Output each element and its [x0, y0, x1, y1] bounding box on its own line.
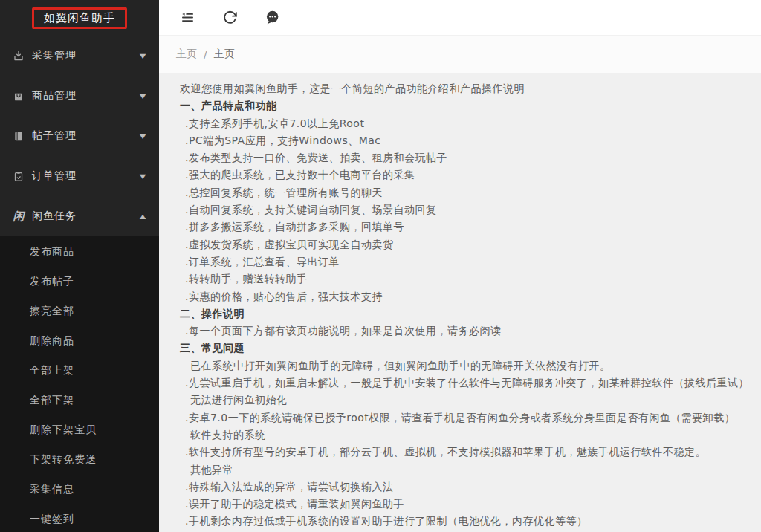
chevron-up-icon: ▲	[140, 213, 146, 220]
collapse-sidebar-icon	[180, 10, 195, 25]
sidebar-item-label: 订单管理	[32, 169, 140, 183]
messages-button[interactable]	[265, 10, 280, 25]
content-line: .订单系统，汇总查看、导出订单	[180, 253, 740, 270]
submenu-item-one-click-checkin[interactable]: 一键签到	[0, 504, 159, 532]
content-line: .软件支持所有型号的安卓手机，部分云手机、虚拟机，不支持模拟器和苹果手机，魅族手…	[180, 444, 740, 461]
submenu-item-polish-all[interactable]: 擦亮全部	[0, 296, 159, 325]
sidebar-main-menu: 采集管理▼商品管理▼帖子管理▼订单管理▼闲闲鱼任务▲	[0, 36, 159, 236]
sidebar-item-goods-management[interactable]: 商品管理▼	[0, 76, 159, 116]
submenu-item-list-all[interactable]: 全部上架	[0, 355, 159, 385]
content-line: .转转助手，赠送转转助手	[180, 270, 740, 288]
content-line: 软件支持的系统	[180, 426, 740, 444]
topbar	[159, 0, 761, 36]
content-line: .自动回复系统，支持关键词自动回复、场景自动回复	[180, 201, 740, 218]
sidebar-item-collection-management[interactable]: 采集管理▼	[0, 36, 159, 76]
collect-icon	[13, 50, 25, 62]
submenu-item-delete-delisted-items[interactable]: 删除下架宝贝	[0, 415, 159, 444]
sidebar: 如翼闲鱼助手 采集管理▼商品管理▼帖子管理▼订单管理▼闲闲鱼任务▲ 发布商品发布…	[0, 0, 159, 532]
chevron-down-icon: ▼	[140, 93, 146, 100]
sidebar-item-xianyu-tasks[interactable]: 闲闲鱼任务▲	[0, 196, 159, 236]
logo-highlight-box: 如翼闲鱼助手	[32, 7, 127, 29]
submenu-item-publish-goods[interactable]: 发布商品	[0, 236, 159, 266]
breadcrumb: 主页 / 主页	[159, 36, 761, 73]
content-line: 其他异常	[180, 461, 740, 479]
sidebar-item-order-management[interactable]: 订单管理▼	[0, 156, 159, 196]
messages-icon	[265, 10, 280, 25]
submenu-item-publish-posts[interactable]: 发布帖子	[0, 266, 159, 296]
content-line: 已在系统中打开如翼闲鱼助手的无障碍，但如翼闲鱼助手中的无障碍开关依然没有打开。	[180, 357, 740, 374]
content-line: .先尝试重启手机，如重启未解决，一般是手机中安装了什么软件与无障碍服务冲突了，如…	[180, 374, 740, 392]
content-line: .PC端为SPA应用，支持Windows、Mac	[180, 132, 740, 149]
submenu-item-collect-info[interactable]: 采集信息	[0, 474, 159, 504]
app-window: 如翼闲鱼助手 采集管理▼商品管理▼帖子管理▼订单管理▼闲闲鱼任务▲ 发布商品发布…	[0, 0, 761, 532]
order-icon	[13, 170, 25, 183]
refresh-icon	[222, 10, 238, 25]
content-line: .强大的爬虫系统，已支持数十个电商平台的采集	[180, 166, 740, 184]
content-line: .发布类型支持一口价、免费送、拍卖、租房和会玩帖子	[180, 149, 740, 166]
content-line: .总控回复系统，统一管理所有账号的聊天	[180, 184, 740, 201]
breadcrumb-separator: /	[204, 48, 207, 60]
sidebar-item-post-management[interactable]: 帖子管理▼	[0, 116, 159, 156]
app-title: 如翼闲鱼助手	[44, 11, 115, 25]
submenu-item-delist-to-free-gift[interactable]: 下架转免费送	[0, 444, 159, 474]
chevron-down-icon: ▼	[140, 53, 146, 59]
sidebar-submenu-xianyu-tasks: 发布商品发布帖子擦亮全部删除商品全部上架全部下架删除下架宝贝下架转免费送采集信息…	[0, 236, 159, 532]
content-line: 无法进行闲鱼初始化	[180, 392, 740, 409]
content-heading: 三、常见问题	[180, 340, 740, 357]
content-line: .每一个页面下方都有该页功能说明，如果是首次使用，请务必阅读	[180, 322, 740, 340]
content-line: .支持全系列手机,安卓7.0以上免Root	[180, 115, 740, 132]
collapse-sidebar-button[interactable]	[180, 10, 195, 25]
content-line: .虚拟发货系统，虚拟宝贝可实现全自动卖货	[180, 236, 740, 253]
main-area: 主页 / 主页 欢迎您使用如翼闲鱼助手，这是一个简短的产品功能介绍和产品操作说明…	[159, 0, 761, 532]
content-line: .实惠的价格，贴心的售后，强大技术支持	[180, 288, 740, 305]
content-heading: 二、操作说明	[180, 305, 740, 322]
content-line: .安卓7.0一下的系统请确保已授予root权限，请查看手机是否有闲鱼分身或者系统…	[180, 409, 740, 426]
sidebar-item-label: 采集管理	[32, 49, 140, 62]
content-heading: 一、产品特点和功能	[180, 97, 740, 114]
content-line: .特殊输入法造成的异常，请尝试切换输入法	[180, 479, 740, 496]
chevron-down-icon: ▼	[140, 133, 146, 140]
sidebar-item-label: 商品管理	[32, 89, 140, 103]
sidebar-item-label: 闲鱼任务	[32, 210, 140, 223]
submenu-item-delist-all[interactable]: 全部下架	[0, 385, 159, 415]
logo-bar: 如翼闲鱼助手	[0, 0, 159, 36]
xianyu-icon: 闲	[13, 210, 25, 223]
page-content: 欢迎您使用如翼闲鱼助手，这是一个简短的产品功能介绍和产品操作说明一、产品特点和功…	[159, 73, 761, 532]
breadcrumb-current: 主页	[214, 48, 235, 61]
content-line: .拼多多搬运系统，自动拼多多采购，回填单号	[180, 218, 740, 236]
refresh-button[interactable]	[222, 10, 238, 25]
breadcrumb-root[interactable]: 主页	[176, 48, 197, 61]
content-line: .手机剩余内存过低或手机系统的设置对助手进行了限制（电池优化，内存优化等等）	[180, 513, 740, 530]
post-icon	[13, 130, 25, 143]
sidebar-item-label: 帖子管理	[32, 129, 140, 143]
content-line: 欢迎您使用如翼闲鱼助手，这是一个简短的产品功能介绍和产品操作说明	[180, 80, 740, 97]
submenu-item-delete-goods[interactable]: 删除商品	[0, 325, 159, 355]
chevron-down-icon: ▼	[140, 173, 146, 180]
content-line: .误开了助手的稳定模式，请重装如翼闲鱼助手	[180, 496, 740, 513]
goods-icon	[13, 90, 25, 103]
